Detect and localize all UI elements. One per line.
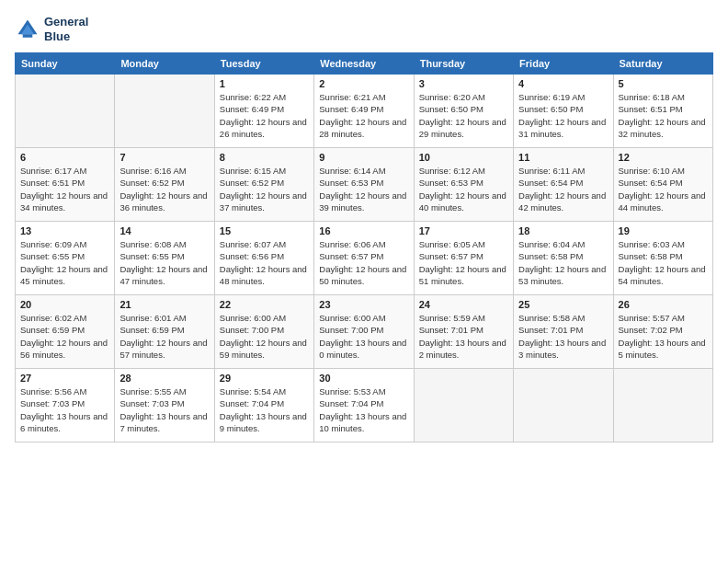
weekday-header: Wednesday	[314, 53, 414, 75]
day-number: 26	[619, 299, 708, 310]
day-number: 15	[220, 225, 309, 236]
day-number: 30	[319, 373, 408, 384]
day-info: Sunrise: 6:06 AMSunset: 6:57 PMDaylight:…	[319, 238, 408, 287]
weekday-header-row: SundayMondayTuesdayWednesdayThursdayFrid…	[16, 53, 713, 75]
day-number: 17	[419, 225, 508, 236]
day-info: Sunrise: 6:04 AMSunset: 6:58 PMDaylight:…	[518, 238, 608, 287]
day-info: Sunrise: 6:08 AMSunset: 6:55 PMDaylight:…	[119, 238, 209, 287]
svg-rect-2	[23, 34, 33, 38]
calendar-day-cell	[613, 369, 712, 442]
day-number: 12	[619, 152, 708, 163]
day-number: 6	[20, 152, 109, 163]
calendar-day-cell	[414, 369, 513, 442]
calendar-day-cell	[115, 75, 214, 148]
calendar-day-cell: 21Sunrise: 6:01 AMSunset: 6:59 PMDayligh…	[115, 295, 214, 369]
day-info: Sunrise: 6:10 AMSunset: 6:54 PMDaylight:…	[619, 165, 708, 213]
calendar-day-cell: 19Sunrise: 6:03 AMSunset: 6:58 PMDayligh…	[613, 222, 712, 295]
day-info: Sunrise: 6:09 AMSunset: 6:55 PMDaylight:…	[20, 238, 109, 287]
day-number: 9	[319, 152, 408, 163]
calendar-day-cell: 15Sunrise: 6:07 AMSunset: 6:56 PMDayligh…	[214, 222, 313, 295]
day-number: 27	[20, 373, 109, 384]
day-info: Sunrise: 6:03 AMSunset: 6:58 PMDaylight:…	[619, 238, 708, 287]
logo-text: General Blue	[44, 15, 88, 43]
weekday-header: Thursday	[414, 53, 513, 75]
day-info: Sunrise: 6:12 AMSunset: 6:53 PMDaylight:…	[419, 165, 508, 213]
day-info: Sunrise: 6:20 AMSunset: 6:50 PMDaylight:…	[419, 91, 508, 140]
calendar-day-cell: 3Sunrise: 6:20 AMSunset: 6:50 PMDaylight…	[414, 75, 513, 148]
day-number: 19	[619, 225, 708, 236]
day-info: Sunrise: 6:18 AMSunset: 6:51 PMDaylight:…	[619, 91, 708, 140]
logo-icon	[15, 17, 40, 42]
day-number: 11	[518, 152, 608, 163]
calendar-week-row: 13Sunrise: 6:09 AMSunset: 6:55 PMDayligh…	[16, 222, 713, 295]
day-info: Sunrise: 6:21 AMSunset: 6:49 PMDaylight:…	[319, 91, 408, 140]
calendar-table: SundayMondayTuesdayWednesdayThursdayFrid…	[15, 52, 713, 442]
day-number: 10	[419, 152, 508, 163]
day-number: 18	[518, 225, 608, 236]
day-number: 8	[220, 152, 309, 163]
day-number: 28	[119, 373, 209, 384]
calendar-day-cell: 23Sunrise: 6:00 AMSunset: 7:00 PMDayligh…	[314, 295, 414, 369]
day-info: Sunrise: 6:16 AMSunset: 6:52 PMDaylight:…	[119, 165, 209, 213]
day-number: 4	[518, 78, 608, 89]
weekday-header: Sunday	[16, 53, 115, 75]
day-number: 13	[20, 225, 109, 236]
day-number: 2	[319, 78, 408, 89]
calendar-day-cell: 5Sunrise: 6:18 AMSunset: 6:51 PMDaylight…	[613, 75, 712, 148]
calendar-day-cell: 16Sunrise: 6:06 AMSunset: 6:57 PMDayligh…	[314, 222, 414, 295]
day-info: Sunrise: 6:17 AMSunset: 6:51 PMDaylight:…	[20, 165, 109, 213]
day-info: Sunrise: 6:07 AMSunset: 6:56 PMDaylight:…	[220, 238, 309, 287]
day-number: 1	[220, 78, 309, 89]
day-number: 20	[20, 299, 109, 310]
calendar-day-cell: 2Sunrise: 6:21 AMSunset: 6:49 PMDaylight…	[314, 75, 414, 148]
calendar-week-row: 1Sunrise: 6:22 AMSunset: 6:49 PMDaylight…	[16, 75, 713, 148]
day-info: Sunrise: 6:01 AMSunset: 6:59 PMDaylight:…	[119, 312, 209, 361]
calendar-day-cell: 11Sunrise: 6:11 AMSunset: 6:54 PMDayligh…	[514, 148, 613, 222]
day-number: 14	[119, 225, 209, 236]
day-info: Sunrise: 5:57 AMSunset: 7:02 PMDaylight:…	[619, 312, 708, 361]
day-info: Sunrise: 5:54 AMSunset: 7:04 PMDaylight:…	[220, 385, 309, 434]
day-info: Sunrise: 6:11 AMSunset: 6:54 PMDaylight:…	[518, 165, 608, 213]
day-info: Sunrise: 6:15 AMSunset: 6:52 PMDaylight:…	[220, 165, 309, 213]
calendar-day-cell: 18Sunrise: 6:04 AMSunset: 6:58 PMDayligh…	[514, 222, 613, 295]
weekday-header: Tuesday	[214, 53, 313, 75]
day-number: 25	[518, 299, 608, 310]
calendar-day-cell: 4Sunrise: 6:19 AMSunset: 6:50 PMDaylight…	[514, 75, 613, 148]
calendar-day-cell: 17Sunrise: 6:05 AMSunset: 6:57 PMDayligh…	[414, 222, 513, 295]
day-info: Sunrise: 6:00 AMSunset: 7:00 PMDaylight:…	[319, 312, 408, 361]
day-info: Sunrise: 6:19 AMSunset: 6:50 PMDaylight:…	[518, 91, 608, 140]
day-number: 29	[220, 373, 309, 384]
calendar-day-cell: 1Sunrise: 6:22 AMSunset: 6:49 PMDaylight…	[214, 75, 313, 148]
calendar-day-cell: 25Sunrise: 5:58 AMSunset: 7:01 PMDayligh…	[514, 295, 613, 369]
calendar-day-cell: 22Sunrise: 6:00 AMSunset: 7:00 PMDayligh…	[214, 295, 313, 369]
day-number: 21	[119, 299, 209, 310]
calendar-day-cell: 8Sunrise: 6:15 AMSunset: 6:52 PMDaylight…	[214, 148, 313, 222]
calendar-day-cell: 28Sunrise: 5:55 AMSunset: 7:03 PMDayligh…	[115, 369, 214, 442]
calendar-day-cell	[16, 75, 115, 148]
calendar-day-cell: 6Sunrise: 6:17 AMSunset: 6:51 PMDaylight…	[16, 148, 115, 222]
day-number: 22	[220, 299, 309, 310]
weekday-header: Friday	[514, 53, 613, 75]
day-info: Sunrise: 6:00 AMSunset: 7:00 PMDaylight:…	[220, 312, 309, 361]
calendar-day-cell: 14Sunrise: 6:08 AMSunset: 6:55 PMDayligh…	[115, 222, 214, 295]
calendar-day-cell: 30Sunrise: 5:53 AMSunset: 7:04 PMDayligh…	[314, 369, 414, 442]
calendar-day-cell	[514, 369, 613, 442]
calendar-day-cell: 9Sunrise: 6:14 AMSunset: 6:53 PMDaylight…	[314, 148, 414, 222]
day-info: Sunrise: 6:22 AMSunset: 6:49 PMDaylight:…	[220, 91, 309, 140]
calendar-day-cell: 20Sunrise: 6:02 AMSunset: 6:59 PMDayligh…	[16, 295, 115, 369]
calendar-day-cell: 29Sunrise: 5:54 AMSunset: 7:04 PMDayligh…	[214, 369, 313, 442]
day-number: 7	[119, 152, 209, 163]
day-info: Sunrise: 5:59 AMSunset: 7:01 PMDaylight:…	[419, 312, 508, 361]
calendar-day-cell: 7Sunrise: 6:16 AMSunset: 6:52 PMDaylight…	[115, 148, 214, 222]
day-number: 5	[619, 78, 708, 89]
day-info: Sunrise: 5:56 AMSunset: 7:03 PMDaylight:…	[20, 385, 109, 434]
calendar-day-cell: 10Sunrise: 6:12 AMSunset: 6:53 PMDayligh…	[414, 148, 513, 222]
day-number: 24	[419, 299, 508, 310]
page-header: General Blue	[15, 15, 713, 43]
day-info: Sunrise: 5:53 AMSunset: 7:04 PMDaylight:…	[319, 385, 408, 434]
logo: General Blue	[15, 15, 88, 43]
day-info: Sunrise: 5:58 AMSunset: 7:01 PMDaylight:…	[518, 312, 608, 361]
day-info: Sunrise: 6:02 AMSunset: 6:59 PMDaylight:…	[20, 312, 109, 361]
day-info: Sunrise: 6:05 AMSunset: 6:57 PMDaylight:…	[419, 238, 508, 287]
weekday-header: Monday	[115, 53, 214, 75]
